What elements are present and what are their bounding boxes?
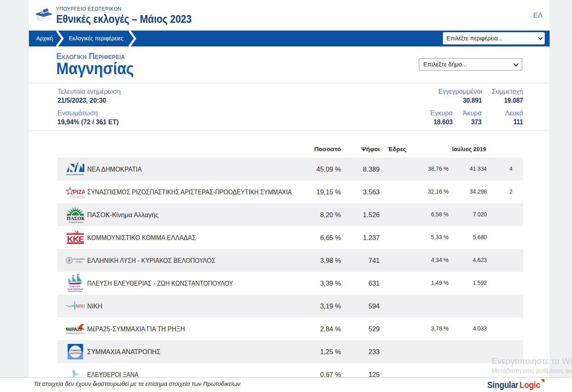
svg-text:ΠΑΣΟΚ: ΠΑΣΟΚ	[67, 216, 84, 221]
svg-text:ΕΛΛΗΝΙΚΗ: ΕΛΛΗΝΙΚΗ	[74, 258, 86, 260]
svg-text:Κίνημα Αλλαγής: Κίνημα Αλλαγής	[69, 220, 84, 223]
svg-text:ΠΡΟΟΔΕΥΤΙΚΗ ΣΥΜΜΑΧΙΑ: ΠΡΟΟΔΕΥΤΙΚΗ ΣΥΜΜΑΧΙΑ	[70, 196, 85, 198]
svg-text:ΛΥΣΗ: ΛΥΣΗ	[76, 261, 82, 263]
svg-text:ΝΙΚΗ: ΝΙΚΗ	[76, 304, 85, 308]
svg-text:ΜέΡΑ25: ΜέΡΑ25	[66, 326, 82, 331]
svg-text:ΝΕΑ ΔΗΜΟΚΡΑΤΙΑ: ΝΕΑ ΔΗΜΟΚΡΑΤΙΑ	[66, 174, 84, 176]
svg-text:ΣΥΜΜΑΧΙΑ: ΣΥΜΜΑΧΙΑ	[70, 349, 82, 352]
svg-text:ΡΙΖΑ: ΡΙΖΑ	[73, 189, 85, 195]
svg-text:ΣΥΜΜΑΧΙΑ ΓΙΑ ΤΗ ΡΗΞΗ: ΣΥΜΜΑΧΙΑ ΓΙΑ ΤΗ ΡΗΞΗ	[66, 333, 85, 335]
svg-text:ΑΝΑΤΡΟΠΗΣ: ΑΝΑΤΡΟΠΗΣ	[70, 352, 83, 355]
svg-text:ΕΛΕΥΘΕΡΙΑΣ: ΕΛΕΥΘΕΡΙΑΣ	[68, 288, 83, 291]
svg-text:ΠΛΕΥΣΗ: ΠΛΕΥΣΗ	[70, 285, 81, 288]
svg-text:ΚΚΕ: ΚΚΕ	[67, 234, 84, 244]
